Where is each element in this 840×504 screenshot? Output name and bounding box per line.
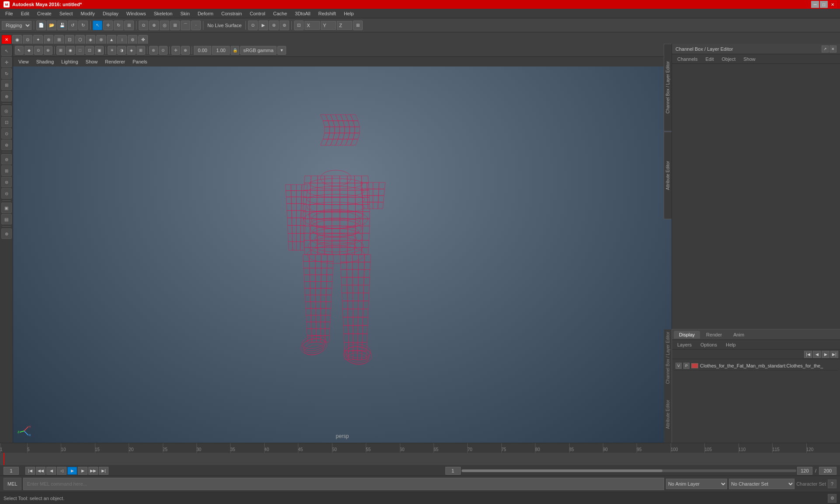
layer-last-btn[interactable]: ▶|: [830, 351, 838, 358]
tool-2[interactable]: ⊙: [23, 35, 32, 45]
y-input[interactable]: [321, 21, 336, 30]
vp-bounding-btn[interactable]: ⊡: [85, 46, 94, 55]
left-tool-extra[interactable]: ⊕: [1, 228, 12, 239]
layers-subtab[interactable]: Layers: [674, 341, 695, 348]
vp-paint-btn[interactable]: ⊕: [44, 46, 52, 55]
menu-control[interactable]: Control: [246, 10, 269, 17]
soft-select-button[interactable]: ◎: [160, 21, 169, 30]
vp-menu-show[interactable]: Show: [82, 58, 102, 65]
layer-first-btn[interactable]: |◀: [804, 351, 812, 358]
left-tool-select[interactable]: ↖: [1, 46, 12, 56]
xgen-active-button[interactable]: ✕: [2, 35, 11, 45]
menu-deform[interactable]: Deform: [194, 10, 217, 17]
vp-manip-btn[interactable]: ✛: [172, 46, 180, 55]
tool-9[interactable]: ⊛: [96, 35, 106, 45]
snap-grid-button[interactable]: ⊞: [170, 21, 180, 30]
vp-gamma-lock-btn[interactable]: 🔒: [231, 46, 239, 55]
channel-box-side-label[interactable]: Channel Box / Layer Editor: [664, 329, 672, 386]
close-button[interactable]: ✕: [829, 1, 836, 8]
tool-12[interactable]: ⊚: [128, 35, 137, 45]
play-back-button[interactable]: ◁: [57, 467, 66, 475]
tool-6[interactable]: ⊡: [65, 35, 74, 45]
left-tool-rotate[interactable]: ↻: [1, 68, 12, 79]
channel-box-tab[interactable]: Channel Box / Layer Editor: [664, 44, 672, 131]
lasso-select-button[interactable]: ⊙: [139, 21, 148, 30]
vp-keyframe-btn[interactable]: ◆: [24, 46, 33, 55]
snap-curve-button[interactable]: ⌒: [181, 21, 190, 30]
vp-select-btn[interactable]: ↖: [15, 46, 24, 55]
vp-wireframe-btn[interactable]: ⊞: [56, 46, 65, 55]
tool-13[interactable]: ✤: [138, 35, 148, 45]
left-tool-5[interactable]: ▣: [1, 203, 12, 213]
undo-button[interactable]: ↺: [68, 21, 77, 30]
render-tab[interactable]: Render: [701, 331, 727, 339]
menu-create[interactable]: Create: [34, 10, 55, 17]
tool-3[interactable]: ✦: [33, 35, 43, 45]
tool-8[interactable]: ◈: [86, 35, 95, 45]
left-tool-grid[interactable]: ⊞: [1, 165, 12, 176]
menu-display[interactable]: Display: [99, 10, 122, 17]
layer-next-btn[interactable]: ▶: [822, 351, 830, 358]
left-tool-camera[interactable]: ⊛: [1, 140, 12, 150]
tool-4[interactable]: ⊕: [44, 35, 53, 45]
vp-menu-lighting[interactable]: Lighting: [58, 58, 82, 65]
max-frame-input[interactable]: [819, 467, 836, 475]
left-tool-universal[interactable]: ⊕: [1, 91, 12, 102]
ipr-render-button[interactable]: ⊛: [269, 21, 279, 30]
timeline-track[interactable]: [0, 453, 840, 465]
layer-prev-btn[interactable]: ◀: [813, 351, 821, 358]
menu-skeleton[interactable]: Skeleton: [150, 10, 176, 17]
left-tool-display-layer[interactable]: ⊜: [1, 177, 12, 187]
layer-playback[interactable]: P: [683, 363, 690, 369]
vp-menu-renderer[interactable]: Renderer: [102, 58, 129, 65]
show-menu[interactable]: Show: [740, 56, 759, 63]
timeline-ruler[interactable]: 1510152025303540455055606570758085909510…: [0, 443, 840, 453]
paint-select-button[interactable]: ⊕: [149, 21, 159, 30]
menu-3dtall[interactable]: 3DtoAll: [291, 10, 314, 17]
left-tool-soft-mod[interactable]: ◎: [1, 105, 12, 116]
minimize-button[interactable]: ─: [811, 1, 819, 8]
layer-visibility[interactable]: V: [676, 363, 682, 369]
save-file-button[interactable]: 💾: [57, 21, 67, 30]
vp-menu-view[interactable]: View: [15, 58, 32, 65]
vp-isolate-btn[interactable]: ⊛: [149, 46, 158, 55]
step-back-button[interactable]: ◀◀: [36, 467, 46, 475]
panel-close-button[interactable]: ✕: [830, 46, 836, 52]
vp-ao-btn[interactable]: ◈: [127, 46, 136, 55]
menu-skin[interactable]: Skin: [177, 10, 193, 17]
gamma-label[interactable]: sRGB gamma: [240, 46, 276, 55]
select-tool-button[interactable]: ↖: [93, 21, 102, 30]
snap-point-button[interactable]: ·: [191, 21, 201, 30]
bottom-settings-icon[interactable]: ⚙: [828, 494, 836, 503]
anim-layer-select[interactable]: No Anim Layer: [666, 479, 727, 489]
tool-10[interactable]: ▲: [107, 35, 116, 45]
left-tool-move[interactable]: ✛: [1, 57, 12, 67]
left-tool-frame-all[interactable]: ⊝: [1, 188, 12, 199]
batch-render-button[interactable]: ⊚: [280, 21, 289, 30]
display-tab[interactable]: Display: [674, 331, 700, 339]
range-slider[interactable]: [462, 469, 796, 472]
menu-edit[interactable]: Edit: [18, 10, 33, 17]
left-tool-lattice[interactable]: ⊡: [1, 117, 12, 127]
anim-tab[interactable]: Anim: [728, 331, 749, 339]
menu-windows[interactable]: Windows: [123, 10, 150, 17]
step-forward-button[interactable]: ▶▶: [88, 467, 98, 475]
vp-flat-btn[interactable]: □: [76, 46, 84, 55]
vp-snap-btn[interactable]: ⊙: [159, 46, 168, 55]
toggle-button[interactable]: ⊞: [353, 21, 363, 30]
redo-button[interactable]: ↻: [78, 21, 88, 30]
left-tool-6[interactable]: ▤: [1, 214, 12, 224]
left-tool-paint[interactable]: ⊙: [1, 128, 12, 139]
rotate-tool-button[interactable]: ↻: [114, 21, 123, 30]
gamma-input[interactable]: [212, 46, 230, 55]
exposure-input[interactable]: [194, 46, 211, 55]
tool-5[interactable]: ⊞: [54, 35, 64, 45]
menu-cache[interactable]: Cache: [270, 10, 290, 17]
next-frame-button[interactable]: ▶: [78, 467, 88, 475]
menu-file[interactable]: File: [2, 10, 17, 17]
panel-float-button[interactable]: ↗: [822, 46, 829, 52]
menu-constrain[interactable]: Constrain: [218, 10, 245, 17]
workspace-select[interactable]: Rigging: [2, 21, 32, 30]
object-menu[interactable]: Object: [718, 56, 739, 63]
tool-1[interactable]: ◉: [12, 35, 22, 45]
